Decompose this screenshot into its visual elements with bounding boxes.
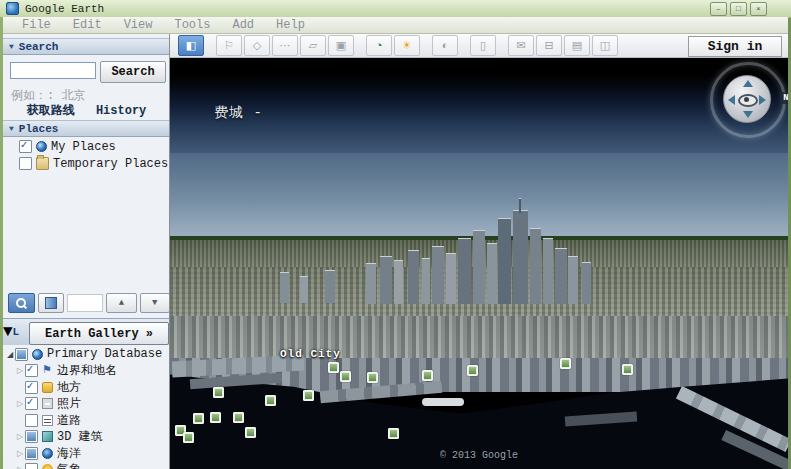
layer-places[interactable]: 地方: [3, 379, 170, 396]
building: [513, 210, 528, 304]
record-tour-button[interactable]: ▣: [328, 35, 354, 56]
layer-borders-labels[interactable]: ▷ 边界和地名: [3, 363, 170, 380]
view-in-maps-button[interactable]: ◫: [592, 35, 618, 56]
earth-gallery-button[interactable]: Earth Gallery »: [29, 322, 169, 345]
photo-marker[interactable]: [340, 371, 351, 382]
layer-ocean[interactable]: ▷ 海洋: [3, 445, 170, 462]
map-viewport[interactable]: 费城 - Old City © 2013 Google N: [170, 58, 788, 469]
building: [498, 218, 511, 304]
navigation-compass[interactable]: N: [706, 58, 788, 142]
photo-marker[interactable]: [388, 428, 399, 439]
expander-icon[interactable]: ▷: [15, 366, 25, 375]
history-link[interactable]: History: [96, 104, 146, 118]
places-checkbox[interactable]: [25, 381, 38, 394]
photo-marker[interactable]: [245, 427, 256, 438]
expander-open-icon[interactable]: ◢: [5, 350, 15, 359]
move-up-button[interactable]: ▲: [106, 293, 136, 313]
ocean-checkbox[interactable]: [25, 447, 38, 460]
layer-primary-database[interactable]: ◢ Primary Database: [3, 346, 170, 363]
look-right-arrow[interactable]: [759, 95, 766, 105]
compass-north-marker[interactable]: N: [780, 92, 788, 104]
photos-checkbox[interactable]: [25, 397, 38, 410]
layer-3d-buildings[interactable]: ▷ 3D 建筑: [3, 429, 170, 446]
photo-marker[interactable]: [213, 387, 224, 398]
sunlight-button[interactable]: ☀: [394, 35, 420, 56]
menu-view[interactable]: View: [113, 18, 164, 32]
main-toolbar: ◧ ⚐ ◇ ⋯ ▱ ▣ ◔ ☀ ◐ ▯ ✉ ⊟ ▤ ◫ Sign in: [170, 34, 788, 58]
expander-icon[interactable]: ▷: [15, 432, 25, 441]
tour-icon: ▣: [336, 39, 346, 52]
look-down-arrow[interactable]: [743, 111, 753, 118]
planets-button[interactable]: ◐: [432, 35, 458, 56]
close-button[interactable]: ×: [750, 2, 767, 16]
add-placemark-button[interactable]: ⚐: [216, 35, 242, 56]
email-button[interactable]: ✉: [508, 35, 534, 56]
photo-marker[interactable]: [265, 395, 276, 406]
layer-label: 照片: [57, 395, 81, 412]
add-polygon-button[interactable]: ◇: [244, 35, 270, 56]
toggle-sidebar-button[interactable]: ◧: [178, 35, 204, 56]
print-button[interactable]: ⊟: [536, 35, 562, 56]
minimize-button[interactable]: –: [710, 2, 727, 16]
search-button[interactable]: Search: [100, 61, 166, 83]
photo-marker[interactable]: [193, 413, 204, 424]
tree-item-temporary-places[interactable]: Temporary Places: [19, 155, 170, 172]
title-bar[interactable]: Google Earth – □ ×: [0, 0, 791, 18]
photo-marker[interactable]: [210, 412, 221, 423]
copyright-text: © 2013 Google: [170, 450, 788, 461]
historical-imagery-button[interactable]: ◔: [366, 35, 392, 56]
look-up-arrow[interactable]: [743, 80, 753, 87]
places-pane-button[interactable]: [38, 293, 65, 313]
weather-icon: [42, 464, 53, 469]
save-image-button[interactable]: ▤: [564, 35, 590, 56]
weather-checkbox[interactable]: [25, 463, 38, 469]
photo-marker[interactable]: [422, 370, 433, 381]
add-path-button[interactable]: ⋯: [272, 35, 298, 56]
menu-add[interactable]: Add: [221, 18, 265, 32]
layer-photos[interactable]: ▷ 照片: [3, 396, 170, 413]
maximize-button[interactable]: □: [730, 2, 747, 16]
photo-marker[interactable]: [560, 358, 571, 369]
photo-marker[interactable]: [233, 412, 244, 423]
layers-panel-header[interactable]: ▼ L Earth Gallery »: [3, 318, 170, 345]
photo-marker[interactable]: [467, 365, 478, 376]
photo-marker[interactable]: [183, 432, 194, 443]
my-places-checkbox[interactable]: [19, 140, 32, 153]
tree-item-my-places[interactable]: My Places: [19, 138, 170, 155]
look-joystick[interactable]: [723, 75, 771, 123]
layer-label: Primary Database: [47, 347, 162, 361]
add-image-overlay-button[interactable]: ▱: [300, 35, 326, 56]
ruler-button[interactable]: ▯: [470, 35, 496, 56]
expander-icon[interactable]: ▷: [15, 399, 25, 408]
photo-marker[interactable]: [367, 372, 378, 383]
roads-checkbox[interactable]: [25, 414, 38, 427]
places-search-button[interactable]: [8, 293, 35, 313]
temporary-places-checkbox[interactable]: [19, 157, 32, 170]
planet-icon: ◐: [442, 40, 449, 52]
building: [422, 258, 430, 304]
menu-edit[interactable]: Edit: [62, 18, 113, 32]
get-directions-link[interactable]: 获取路线: [27, 104, 75, 118]
primary-database-checkbox[interactable]: [15, 348, 28, 361]
photo-marker[interactable]: [303, 390, 314, 401]
menu-file[interactable]: File: [11, 18, 62, 32]
building: [458, 238, 471, 304]
photo-marker[interactable]: [328, 362, 339, 373]
photo-marker[interactable]: [622, 364, 633, 375]
menu-help[interactable]: Help: [265, 18, 316, 32]
layer-roads[interactable]: 道路: [3, 412, 170, 429]
menu-tools[interactable]: Tools: [163, 18, 221, 32]
borders-checkbox[interactable]: [25, 364, 38, 377]
search-input[interactable]: [10, 62, 96, 79]
building: [394, 260, 403, 304]
building: [555, 248, 567, 304]
sign-in-button[interactable]: Sign in: [688, 36, 782, 57]
expander-icon[interactable]: ▷: [15, 465, 25, 469]
look-left-arrow[interactable]: [728, 95, 735, 105]
layer-weather[interactable]: ▷ 气象: [3, 462, 170, 469]
places-panel-header[interactable]: ▼ Places: [3, 120, 170, 137]
expander-icon[interactable]: ▷: [15, 449, 25, 458]
buildings-checkbox[interactable]: [25, 430, 38, 443]
move-down-button[interactable]: ▼: [140, 293, 170, 313]
search-panel-header[interactable]: ▼ Search: [3, 38, 170, 55]
